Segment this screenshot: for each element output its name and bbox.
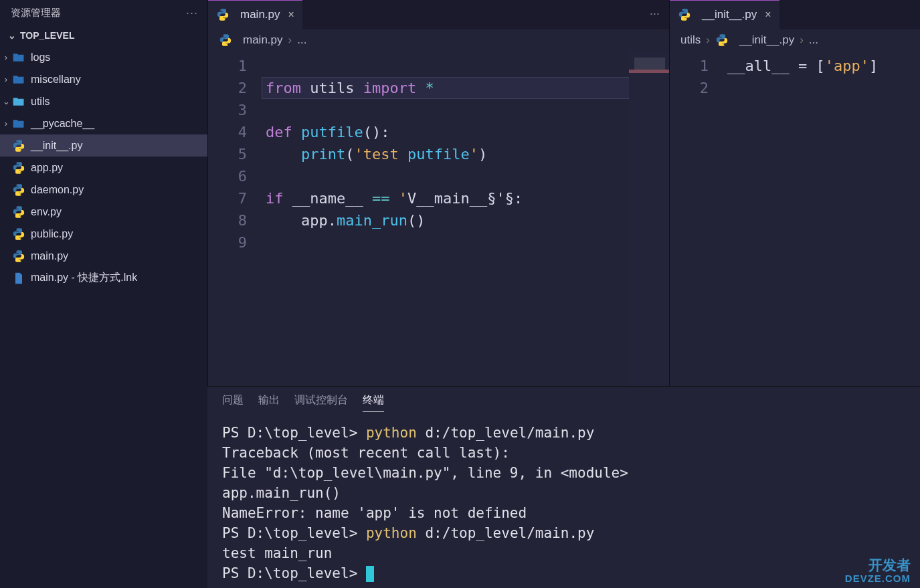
bottom-panel: 问题输出调试控制台终端 PS D:\top_level> python d:/t… <box>207 386 920 588</box>
chevron-down-icon: ⌄ <box>8 30 16 41</box>
code-area[interactable]: from utils import *def putfile(): print(… <box>262 51 669 386</box>
main-column: main.py × ··· main.py › ... 123456789 fr… <box>207 0 920 588</box>
tree-item-label: utils <box>31 96 50 108</box>
close-icon[interactable]: × <box>288 9 294 21</box>
terminal-line: NameError: name 'app' is not defined <box>222 503 905 523</box>
tree-item[interactable]: ›miscellany <box>0 68 207 90</box>
terminal-line: PS D:\top_level> python d:/top_level/mai… <box>222 423 905 443</box>
folder-icon <box>12 51 25 64</box>
gutter: 12 <box>670 51 723 386</box>
crumb-folder: utils <box>680 33 701 47</box>
chevron-icon: ⌄ <box>0 96 12 106</box>
code-editor-init[interactable]: 12 __all__ = ['app'] <box>670 51 920 386</box>
tree-item-label: daemon.py <box>31 184 84 196</box>
terminal-line: Traceback (most recent call last): <box>222 443 905 463</box>
tree-item-label: public.py <box>31 228 73 240</box>
root-label: TOP_LEVEL <box>20 30 74 41</box>
sidebar-root[interactable]: ⌄ TOP_LEVEL <box>0 26 207 45</box>
chevron-icon: › <box>0 118 12 128</box>
terminal[interactable]: PS D:\top_level> python d:/top_level/mai… <box>207 416 920 588</box>
tree-item[interactable]: app.py <box>0 157 207 179</box>
tree-item[interactable]: ›__pycache__ <box>0 112 207 134</box>
py-icon <box>12 205 25 219</box>
code-area[interactable]: __all__ = ['app'] <box>723 51 920 386</box>
tree-item[interactable]: public.py <box>0 223 207 245</box>
panel-tab[interactable]: 问题 <box>222 393 244 412</box>
editor-group-2: __init__.py × utils › __init__.py › ... … <box>669 0 920 386</box>
sidebar-header: 资源管理器 ··· <box>0 0 207 26</box>
python-icon <box>216 8 229 21</box>
python-icon <box>219 33 232 47</box>
tree-item[interactable]: main.py <box>0 245 207 267</box>
editor-more-icon[interactable]: ··· <box>640 0 669 29</box>
folder-o-icon <box>12 95 25 108</box>
folder-icon <box>12 73 25 86</box>
terminal-line: test main_run <box>222 543 905 563</box>
file-tree: ›logs›miscellany⌄utils›__pycache____init… <box>0 45 207 289</box>
gutter: 123456789 <box>208 51 262 386</box>
tree-item[interactable]: main.py - 快捷方式.lnk <box>0 267 207 289</box>
file-icon <box>12 272 25 285</box>
py-icon <box>12 139 25 153</box>
panel-tab[interactable]: 调试控制台 <box>294 393 348 412</box>
tree-item[interactable]: ›logs <box>0 46 207 68</box>
panel-tab[interactable]: 终端 <box>363 393 384 412</box>
chevron-icon: › <box>0 52 12 62</box>
explorer-sidebar: 资源管理器 ··· ⌄ TOP_LEVEL ›logs›miscellany⌄u… <box>0 0 207 588</box>
py-icon <box>12 183 25 197</box>
py-icon <box>12 227 25 241</box>
close-icon[interactable]: × <box>765 9 771 21</box>
python-icon <box>715 33 729 47</box>
tree-item-label: main.py <box>31 250 68 262</box>
minimap[interactable] <box>629 51 669 386</box>
tab-label: main.py <box>240 8 280 21</box>
tree-item[interactable]: ⌄utils <box>0 90 207 112</box>
tree-item[interactable]: __init__.py <box>0 134 207 157</box>
tab-main-py[interactable]: main.py × <box>208 0 302 29</box>
tree-item-label: logs <box>31 52 50 64</box>
code-editor-main[interactable]: 123456789 from utils import *def putfile… <box>208 51 669 386</box>
crumb-more: ... <box>297 33 306 47</box>
sidebar-title: 资源管理器 <box>11 7 61 19</box>
chevron-icon: › <box>0 74 12 84</box>
terminal-cursor <box>366 566 374 582</box>
panel-tabs: 问题输出调试控制台终端 <box>207 387 920 416</box>
tree-item-label: env.py <box>31 206 62 218</box>
crumb-file: __init__.py <box>739 33 794 47</box>
crumb-file: main.py <box>243 33 283 47</box>
tab-label: __init__.py <box>702 8 757 21</box>
tree-item-label: app.py <box>31 162 63 174</box>
panel-tab[interactable]: 输出 <box>258 393 280 412</box>
tree-item-label: __pycache__ <box>31 118 94 130</box>
sidebar-more-icon[interactable]: ··· <box>186 6 198 20</box>
folder-icon <box>12 117 25 130</box>
crumb-more: ... <box>809 33 818 47</box>
chevron-right-icon: › <box>706 33 710 47</box>
py-icon <box>12 161 25 175</box>
terminal-line: app.main_run() <box>222 483 905 503</box>
tab-init-py[interactable]: __init__.py × <box>670 0 779 29</box>
breadcrumb[interactable]: utils › __init__.py › ... <box>670 29 920 51</box>
chevron-right-icon: › <box>288 33 292 47</box>
tree-item[interactable]: env.py <box>0 201 207 223</box>
chevron-right-icon: › <box>800 33 804 47</box>
tree-item-label: main.py - 快捷方式.lnk <box>31 271 137 285</box>
tab-bar: main.py × ··· <box>208 0 669 29</box>
editor-group-1: main.py × ··· main.py › ... 123456789 fr… <box>207 0 669 386</box>
editor-groups: main.py × ··· main.py › ... 123456789 fr… <box>207 0 920 386</box>
py-icon <box>12 250 25 263</box>
terminal-line: PS D:\top_level> python d:/top_level/mai… <box>222 523 905 543</box>
tree-item-label: miscellany <box>31 74 81 86</box>
terminal-line: PS D:\top_level> <box>222 563 905 583</box>
terminal-line: File "d:\top_level\main.py", line 9, in … <box>222 463 905 483</box>
tree-item-label: __init__.py <box>31 140 82 152</box>
tab-bar: __init__.py × <box>670 0 920 29</box>
breadcrumb[interactable]: main.py › ... <box>208 29 669 51</box>
python-icon <box>678 8 691 21</box>
tree-item[interactable]: daemon.py <box>0 179 207 201</box>
